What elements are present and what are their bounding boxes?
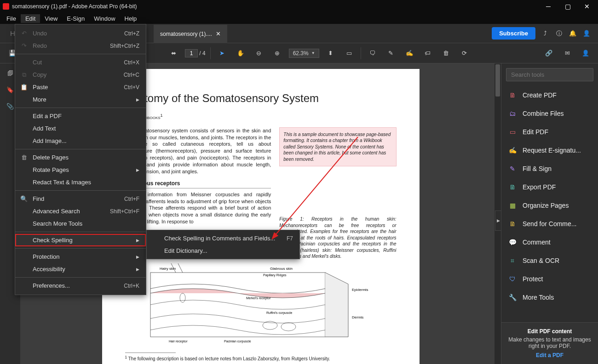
stamp-icon[interactable]: 🏷 — [423, 48, 433, 58]
submenu-edit-dictionary-[interactable]: Edit Dictionary... — [147, 245, 299, 257]
svg-text:Dermis: Dermis — [352, 315, 363, 319]
page-total: / 4 — [199, 50, 205, 57]
menu-edit[interactable]: Edit — [21, 14, 40, 23]
notifications-icon[interactable]: 🔔 — [568, 28, 578, 39]
doc-footnote: 1 The following description is based on … — [125, 353, 397, 361]
edit-menu-add-text[interactable]: Add Text — [15, 122, 146, 135]
svg-text:Papillary Ridges: Papillary Ridges — [263, 273, 287, 277]
link-icon[interactable]: 🔗 — [544, 48, 554, 58]
tool-protect[interactable]: 🛡Protect — [501, 270, 598, 288]
svg-text:Hair receptor: Hair receptor — [169, 340, 188, 343]
menu-esign[interactable]: E-Sign — [62, 14, 89, 23]
minimize-button[interactable]: ─ — [540, 0, 557, 13]
tool-more-tools[interactable]: 🔧More Tools — [501, 288, 598, 307]
menu-view[interactable]: View — [40, 14, 62, 23]
bookmarks-icon[interactable]: 🔖 — [5, 85, 15, 95]
edit-menu-paste[interactable]: 📋PasteCtrl+V — [15, 81, 146, 93]
menu-help[interactable]: Help — [120, 14, 142, 23]
edit-menu-find[interactable]: 🔍FindCtrl+F — [15, 193, 146, 205]
thumbnails-icon[interactable]: 🗐 — [5, 68, 15, 78]
account-icon[interactable]: 👤 — [581, 28, 592, 39]
edit-menu-protection[interactable]: Protection▶ — [15, 250, 146, 263]
tool-combine-files[interactable]: 🗂Combine Files — [501, 104, 598, 123]
tool-fill-sign[interactable]: ✎Fill & Sign — [501, 159, 598, 178]
skin-diagram: Hairy skin Glabrous skin Papillary Ridge… — [125, 263, 397, 346]
edit-menu-edit-a-pdf[interactable]: Edit a PDF — [15, 110, 146, 122]
fit-page-icon[interactable]: ▭ — [344, 48, 354, 58]
sign-icon[interactable]: ✍ — [404, 48, 414, 58]
tools-search-input[interactable] — [506, 68, 593, 81]
edit-menu-redact-text-images[interactable]: Redact Text & Images — [15, 176, 146, 188]
highlight-icon[interactable]: ✎ — [386, 48, 396, 58]
subscribe-button[interactable]: Subscribe — [492, 27, 535, 40]
svg-line-2 — [178, 263, 183, 273]
acrobat-app-icon — [3, 3, 9, 10]
select-tool-icon[interactable]: ➤ — [217, 48, 227, 58]
menu-window[interactable]: Window — [89, 14, 120, 23]
edit-menu-more[interactable]: More▶ — [15, 93, 146, 106]
tab-label: somatosensory (1).... — [160, 31, 212, 37]
edit-menu-redo: ↷RedoShift+Ctrl+Z — [15, 40, 146, 52]
tool-send-for-comme-[interactable]: 🗎Send for Comme... — [501, 215, 598, 233]
doc-para2: Sensory information from Meissner corpus… — [125, 191, 271, 225]
tools-search — [501, 63, 598, 86]
email-icon[interactable]: ✉ — [562, 48, 572, 58]
doc-para1: Our somatosensory system consists of sen… — [125, 127, 271, 175]
help-icon[interactable]: ⓘ — [554, 28, 564, 39]
tools-panel: ▶ 🗎Create PDF🗂Combine Files▭Edit PDF✍Req… — [501, 63, 598, 364]
promo-body: Make changes to text and images right in… — [507, 336, 592, 349]
page-input[interactable] — [185, 49, 198, 57]
edit-menu-rotate-pages[interactable]: Rotate Pages▶ — [15, 164, 146, 176]
zoom-in-icon[interactable]: ⊕ — [272, 48, 282, 58]
page-nav-icon[interactable]: ⬌ — [168, 48, 178, 58]
promo-card: Edit PDF content Make changes to text an… — [501, 322, 598, 364]
delete-icon[interactable]: 🗑 — [441, 48, 451, 58]
edit-menu-check-spelling[interactable]: Check Spelling▶ — [15, 234, 146, 246]
svg-text:Glabrous skin: Glabrous skin — [270, 267, 293, 271]
edit-menu-undo: ↶UndoCtrl+Z — [15, 27, 146, 40]
svg-text:Merkel's receptor: Merkel's receptor — [246, 296, 271, 300]
hand-tool-icon[interactable]: ✋ — [236, 48, 246, 58]
pdf-page: Anatomy of the Somatosensory System From… — [102, 69, 420, 364]
share-people-icon[interactable]: 👤 — [581, 48, 591, 58]
edit-menu-copy: ⧉CopyCtrl+C — [15, 68, 146, 81]
doc-sidebox: This is a sample document to showcase pa… — [279, 127, 396, 167]
tool-scan-ocr[interactable]: ⌗Scan & OCR — [501, 251, 598, 270]
tool-request-e-signatu-[interactable]: ✍Request E-signatu... — [501, 141, 598, 159]
edit-menu-search-more-tools[interactable]: Search More Tools — [15, 217, 146, 230]
tool-comment[interactable]: 💬Comment — [501, 233, 598, 251]
svg-text:Pacinian corpuscle: Pacinian corpuscle — [224, 340, 251, 343]
edit-menu-add-image-[interactable]: Add Image... — [15, 135, 146, 147]
svg-point-4 — [263, 321, 277, 330]
fit-width-icon[interactable]: ⬍ — [326, 48, 336, 58]
maximize-button[interactable]: ▢ — [559, 0, 576, 13]
tool-create-pdf[interactable]: 🗎Create PDF — [501, 86, 598, 104]
close-button[interactable]: ✕ — [579, 0, 595, 13]
zoom-out-icon[interactable]: ⊖ — [254, 48, 264, 58]
edit-menu-dropdown: ↶UndoCtrl+Z↷RedoShift+Ctrl+ZCutCtrl+X⧉Co… — [15, 24, 146, 295]
document-tab[interactable]: somatosensory (1).... ✕ — [154, 24, 227, 43]
doc-source: From Wikibooks1 — [125, 113, 397, 120]
scrollbar-thumb[interactable] — [495, 64, 500, 97]
svg-point-5 — [281, 323, 296, 331]
tool-organize-pages[interactable]: ▦Organize Pages — [501, 196, 598, 215]
zoom-dropdown[interactable]: 62.3%▼ — [289, 49, 319, 58]
menu-file[interactable]: File — [2, 14, 21, 23]
tool-export-pdf[interactable]: 🗎Export PDF — [501, 178, 598, 196]
attachments-icon[interactable]: 📎 — [5, 101, 15, 111]
comment-icon[interactable]: 🗨 — [368, 48, 378, 58]
submenu-check-spelling-in-comments-and-fields-[interactable]: Check Spelling in Comments and Fields...… — [147, 232, 299, 245]
zoom-value: 62.3% — [293, 50, 309, 57]
collapse-panel-icon[interactable]: ▶ — [495, 210, 501, 231]
share-icon[interactable]: ⤴ — [540, 28, 550, 39]
edit-menu-preferences-[interactable]: Preferences...Ctrl+K — [15, 279, 146, 292]
rotate-icon[interactable]: ⟳ — [460, 48, 470, 58]
page-indicator: / 4 — [185, 49, 206, 57]
edit-menu-accessibility[interactable]: Accessibility▶ — [15, 263, 146, 275]
tool-edit-pdf[interactable]: ▭Edit PDF — [501, 123, 598, 141]
edit-menu-delete-pages[interactable]: 🗑Delete Pages — [15, 151, 146, 164]
promo-link[interactable]: Edit a PDF — [507, 352, 592, 358]
edit-menu-advanced-search[interactable]: Advanced SearchShift+Ctrl+F — [15, 205, 146, 217]
promo-title: Edit PDF content — [507, 328, 592, 335]
close-tab-icon[interactable]: ✕ — [216, 30, 221, 37]
